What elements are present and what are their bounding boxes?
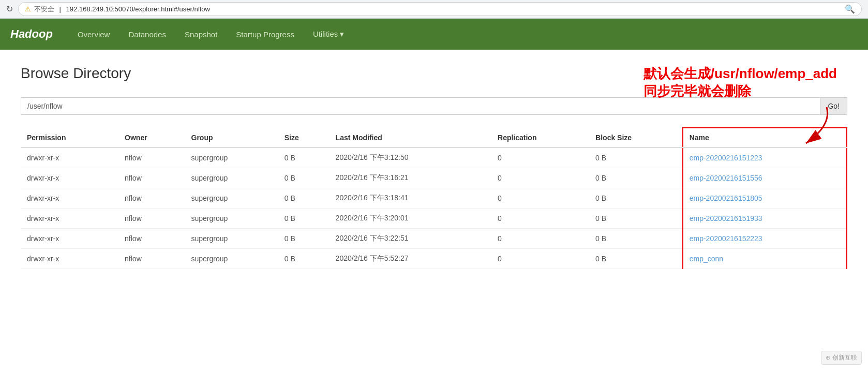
url-separator: | <box>57 5 63 13</box>
cell-name[interactable]: emp-20200216152223 <box>683 229 847 249</box>
navbar-brand[interactable]: Hadoop <box>10 27 53 41</box>
main-content: Browse Directory 默认会生成/usr/nflow/emp_add… <box>0 50 868 285</box>
cell-group: supergroup <box>185 188 278 209</box>
cell-permission: drwxr-xr-x <box>21 229 118 249</box>
cell-name[interactable]: emp-20200216151805 <box>683 188 847 209</box>
cell-last-modified: 2020/2/16 下午3:22:51 <box>330 229 491 249</box>
table-row: drwxr-xr-x nflow supergroup 0 B 2020/2/1… <box>21 147 847 168</box>
warning-icon: ⚠ <box>25 5 31 13</box>
annotation: 默认会生成/usr/nflow/emp_add 同步完毕就会删除 <box>643 65 837 150</box>
cell-name[interactable]: emp-20200216151223 <box>683 147 847 168</box>
cell-group: supergroup <box>185 249 278 269</box>
cell-owner: nflow <box>118 168 185 188</box>
cell-group: supergroup <box>185 147 278 168</box>
navbar: Hadoop Overview Datanodes Snapshot Start… <box>0 19 868 50</box>
cell-permission: drwxr-xr-x <box>21 168 118 188</box>
col-owner: Owner <box>118 128 185 147</box>
col-last-modified: Last Modified <box>330 128 491 147</box>
cell-replication: 0 <box>491 249 589 269</box>
cell-size: 0 B <box>278 209 330 229</box>
cell-size: 0 B <box>278 249 330 269</box>
cell-replication: 0 <box>491 168 589 188</box>
cell-replication: 0 <box>491 209 589 229</box>
cell-permission: drwxr-xr-x <box>21 188 118 209</box>
annotation-line2: 同步完毕就会删除 <box>643 83 751 99</box>
cell-name[interactable]: emp_conn <box>683 249 847 269</box>
cell-replication: 0 <box>491 188 589 209</box>
table-row: drwxr-xr-x nflow supergroup 0 B 2020/2/1… <box>21 249 847 269</box>
cell-permission: drwxr-xr-x <box>21 209 118 229</box>
nav-startup-progress[interactable]: Startup Progress <box>227 19 304 50</box>
cell-size: 0 B <box>278 188 330 209</box>
table-row: drwxr-xr-x nflow supergroup 0 B 2020/2/1… <box>21 209 847 229</box>
cell-last-modified: 2020/2/16 下午3:12:50 <box>330 147 491 168</box>
cell-permission: drwxr-xr-x <box>21 249 118 269</box>
cell-name[interactable]: emp-20200216151933 <box>683 209 847 229</box>
cell-permission: drwxr-xr-x <box>21 147 118 168</box>
address-bar[interactable]: ⚠ 不安全 | 192.168.249.10:50070/explorer.ht… <box>18 2 862 16</box>
table-row: drwxr-xr-x nflow supergroup 0 B 2020/2/1… <box>21 168 847 188</box>
cell-group: supergroup <box>185 229 278 249</box>
cell-owner: nflow <box>118 229 185 249</box>
cell-block-size: 0 B <box>589 209 683 229</box>
col-size: Size <box>278 128 330 147</box>
cell-last-modified: 2020/2/16 下午3:18:41 <box>330 188 491 209</box>
annotation-line1: 默认会生成/usr/nflow/emp_add <box>643 66 837 81</box>
cell-group: supergroup <box>185 168 278 188</box>
nav-datanodes[interactable]: Datanodes <box>119 19 175 50</box>
cell-owner: nflow <box>118 147 185 168</box>
cell-replication: 0 <box>491 147 589 168</box>
cell-owner: nflow <box>118 209 185 229</box>
cell-last-modified: 2020/2/16 下午5:52:27 <box>330 249 491 269</box>
col-permission: Permission <box>21 128 118 147</box>
navbar-links: Overview Datanodes Snapshot Startup Prog… <box>68 19 354 50</box>
annotation-arrow <box>643 105 837 151</box>
browser-bar: ↻ ⚠ 不安全 | 192.168.249.10:50070/explorer.… <box>0 0 868 19</box>
cell-last-modified: 2020/2/16 下午3:20:01 <box>330 209 491 229</box>
nav-utilities[interactable]: Utilities ▾ <box>304 19 354 50</box>
col-group: Group <box>185 128 278 147</box>
cell-name[interactable]: emp-20200216151556 <box>683 168 847 188</box>
cell-group: supergroup <box>185 209 278 229</box>
cell-size: 0 B <box>278 229 330 249</box>
col-replication: Replication <box>491 128 589 147</box>
table-row: drwxr-xr-x nflow supergroup 0 B 2020/2/1… <box>21 188 847 209</box>
cell-last-modified: 2020/2/16 下午3:16:21 <box>330 168 491 188</box>
cell-block-size: 0 B <box>589 229 683 249</box>
cell-block-size: 0 B <box>589 168 683 188</box>
nav-snapshot[interactable]: Snapshot <box>175 19 227 50</box>
cell-replication: 0 <box>491 229 589 249</box>
insecure-label: 不安全 <box>34 5 54 14</box>
browser-search-icon[interactable]: 🔍 <box>845 4 855 14</box>
cell-block-size: 0 B <box>589 249 683 269</box>
reload-button[interactable]: ↻ <box>6 4 13 14</box>
url-text: 192.168.249.10:50070/explorer.html#/user… <box>66 5 210 13</box>
cell-size: 0 B <box>278 168 330 188</box>
cell-owner: nflow <box>118 249 185 269</box>
cell-block-size: 0 B <box>589 188 683 209</box>
cell-owner: nflow <box>118 188 185 209</box>
cell-block-size: 0 B <box>589 147 683 168</box>
table-row: drwxr-xr-x nflow supergroup 0 B 2020/2/1… <box>21 229 847 249</box>
nav-overview[interactable]: Overview <box>68 19 119 50</box>
cell-size: 0 B <box>278 147 330 168</box>
